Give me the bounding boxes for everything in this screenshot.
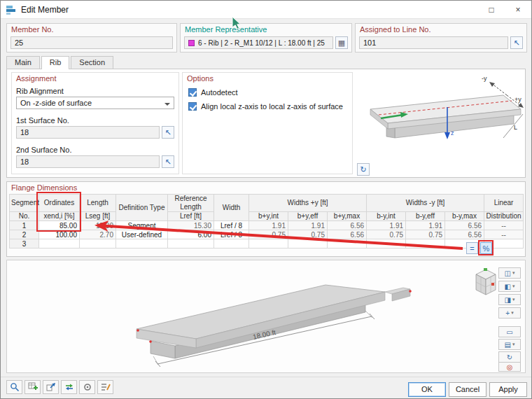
b-plus-eff-cell[interactable]: 0.75 [288, 230, 328, 239]
refresh-icon: ↻ [360, 165, 366, 174]
surface1-picker-button[interactable]: ↖ [162, 126, 174, 139]
b-plus-max-cell[interactable] [328, 239, 367, 248]
member-no-label: Member No. [11, 25, 54, 34]
surface1-label: 1st Surface No. [16, 116, 69, 125]
reference-length-cell[interactable] [168, 239, 214, 248]
col-b-minus-max: b-y,max [445, 212, 484, 221]
zoom-tool-button[interactable] [6, 380, 22, 394]
surface1-field[interactable]: 18 [16, 126, 160, 139]
ordinate-cell[interactable]: 85.00 [39, 221, 80, 230]
axis-z-label: z [451, 130, 454, 136]
reset-view-button[interactable]: ↻ [498, 351, 521, 363]
segment-no-cell[interactable]: 3 [10, 239, 39, 248]
align-z-axis-checkbox[interactable] [188, 102, 197, 111]
definition-type-cell[interactable] [116, 239, 168, 248]
table-plus-icon [28, 382, 38, 392]
print-button[interactable]: ▤ ▾ [498, 339, 521, 350]
b-minus-eff-cell[interactable]: 0.75 [406, 230, 445, 239]
b-plus-eff-cell[interactable]: 1.91 [288, 221, 328, 230]
tab-rib[interactable]: Rib [41, 56, 70, 69]
ordinate-cell[interactable]: 100.00 [39, 230, 80, 239]
length-cell[interactable]: 2.70 [80, 230, 116, 239]
member-representative-browse-button[interactable]: ▦ [335, 36, 348, 49]
relative-ordinates-percent-button[interactable]: % [480, 242, 492, 254]
clipping-button[interactable]: ◎ [498, 362, 521, 372]
assigned-line-field[interactable]: 101 [359, 36, 508, 49]
col-length: Length [80, 195, 116, 212]
b-plus-int-cell[interactable] [249, 239, 288, 248]
col-linear-sub: Distribution [484, 212, 524, 221]
ok-button[interactable]: OK [408, 382, 446, 397]
view-isometric-button[interactable]: ◫ ▾ [498, 267, 521, 279]
rib-alignment-select[interactable]: On -z-side of surface [16, 97, 174, 109]
col-linear: Linear [484, 195, 524, 212]
caret-down-icon: ▾ [511, 310, 514, 316]
b-minus-max-cell[interactable] [445, 239, 484, 248]
export-button[interactable] [43, 380, 59, 394]
b-minus-int-cell[interactable] [367, 239, 406, 248]
new-table-button[interactable] [24, 380, 41, 394]
b-minus-int-cell[interactable]: 1.91 [367, 221, 406, 230]
absolute-ordinates-button[interactable]: = [466, 242, 478, 254]
view-front-button[interactable]: ◧ ▾ [498, 281, 521, 292]
close-button[interactable]: × [505, 1, 531, 19]
maximize-button[interactable]: □ [478, 1, 505, 19]
b-minus-max-cell[interactable]: 6.56 [445, 230, 484, 239]
footer-separator [1, 377, 531, 377]
b-minus-max-cell[interactable]: 6.56 [445, 221, 484, 230]
render-3d-panel[interactable]: 18.00 ft ◫ ▾ ◧ ▾ ◨ ▾ + ▾ [6, 260, 526, 373]
b-plus-max-cell[interactable]: 6.56 [328, 230, 367, 239]
linear-distribution-cell[interactable]: -- [484, 221, 524, 230]
tab-main[interactable]: Main [6, 56, 40, 69]
segment-no-cell[interactable]: 1 [10, 221, 39, 230]
col-b-plus-eff: b+y,eff [288, 212, 328, 221]
b-minus-eff-cell[interactable]: 1.91 [406, 221, 445, 230]
b-minus-int-cell[interactable]: 0.75 [367, 230, 406, 239]
autodetect-checkbox[interactable] [188, 88, 197, 97]
width-cell[interactable]: Lref / 8 [214, 230, 249, 239]
b-plus-int-cell[interactable]: 1.91 [249, 221, 288, 230]
swap-surfaces-button[interactable]: ↻ [357, 163, 370, 176]
tab-section[interactable]: Section [71, 56, 113, 69]
assigned-line-group: Assigned to Line No. 101 ↖ [355, 23, 527, 52]
b-plus-int-cell[interactable]: 0.75 [249, 230, 288, 239]
ordinate-cell[interactable] [39, 239, 80, 248]
assigned-line-picker-button[interactable]: ↖ [510, 36, 523, 49]
segment-no-cell[interactable]: 2 [10, 230, 39, 239]
width-cell[interactable] [214, 239, 249, 248]
definition-type-cell[interactable]: User-defined [116, 230, 168, 239]
cancel-button[interactable]: Cancel [449, 382, 486, 397]
b-plus-eff-cell[interactable] [288, 239, 328, 248]
settings-button[interactable] [79, 380, 95, 394]
options-title: Options [187, 74, 214, 83]
view-side-button[interactable]: ◨ ▾ [498, 294, 521, 305]
apply-button[interactable]: Apply [489, 382, 527, 397]
surface2-picker-button[interactable]: ↖ [162, 155, 174, 168]
rib-alignment-value: On -z-side of surface [20, 99, 92, 107]
definition-type-cell[interactable]: Segment [116, 221, 168, 230]
member-no-field[interactable]: 25 [10, 36, 173, 49]
reference-length-cell[interactable]: 6.00 [168, 230, 214, 239]
view-zoom-button[interactable]: + ▾ [498, 307, 521, 318]
b-minus-eff-cell[interactable] [406, 239, 445, 248]
screenshot-button[interactable]: ▭ [498, 326, 521, 337]
view-front-icon: ◧ [505, 283, 511, 290]
navigation-cube[interactable] [469, 266, 503, 300]
length-cell[interactable]: 15.30 [80, 221, 116, 230]
titlebar: Edit Member □ × [1, 1, 531, 19]
frame-icon: ▭ [506, 328, 512, 336]
b-plus-max-cell[interactable]: 6.56 [328, 221, 367, 230]
gear-icon [83, 382, 92, 392]
app-icon [6, 4, 17, 15]
reference-length-cell[interactable]: 15.30 [168, 221, 214, 230]
length-cell[interactable] [80, 239, 116, 248]
view-side-icon: ◨ [505, 296, 511, 304]
member-representative-field[interactable]: 6 - Rib | 2 - R_M1 10/12 | L : 18.00 ft … [184, 36, 333, 49]
surface2-field[interactable]: 18 [16, 155, 160, 168]
width-cell[interactable]: Lref / 8 [214, 221, 249, 230]
caret-down-icon: ▾ [512, 297, 515, 302]
edit-list-button[interactable] [97, 380, 113, 394]
linear-distribution-cell[interactable]: -- [484, 230, 524, 239]
sync-button[interactable] [61, 380, 77, 394]
autodetect-label: Autodetect [201, 88, 238, 97]
